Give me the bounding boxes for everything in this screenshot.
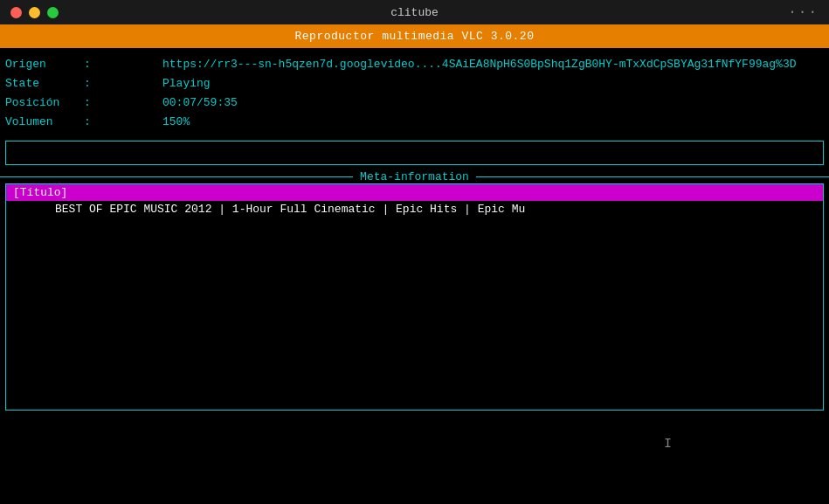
volumen-row: Volumen : 150% bbox=[5, 113, 824, 132]
meta-title-value: BEST OF EPIC MUSIC 2012 | 1-Hour Full Ci… bbox=[6, 201, 823, 217]
origen-label: Origen bbox=[5, 55, 84, 74]
window-title: clitube bbox=[390, 6, 439, 19]
window-controls[interactable] bbox=[10, 7, 59, 18]
state-sep: : bbox=[84, 74, 162, 93]
close-button[interactable] bbox=[10, 7, 22, 18]
command-input-box[interactable] bbox=[5, 141, 824, 165]
posicion-label: Posición bbox=[5, 93, 84, 113]
volumen-sep: : bbox=[84, 113, 162, 132]
text-cursor: I bbox=[664, 437, 672, 452]
meta-section: Meta-information [Título] BEST OF EPIC M… bbox=[0, 170, 829, 411]
state-value: Playing bbox=[162, 74, 211, 93]
volumen-value: 150% bbox=[162, 113, 190, 132]
posicion-sep: : bbox=[84, 93, 162, 113]
origen-value: https://rr3---sn-h5qzen7d.googlevideo...… bbox=[162, 55, 797, 74]
minimize-button[interactable] bbox=[29, 7, 40, 18]
meta-header: Meta-information bbox=[0, 170, 829, 183]
vlc-header-banner: Reproductor multimedia VLC 3.0.20 bbox=[0, 24, 829, 48]
title-bar: clitube ··· bbox=[0, 0, 829, 24]
state-label: State bbox=[5, 74, 84, 93]
meta-header-line-right bbox=[476, 176, 829, 177]
info-section: Origen : https://rr3---sn-h5qzen7d.googl… bbox=[0, 48, 829, 135]
menu-dots[interactable]: ··· bbox=[788, 4, 819, 20]
origen-row: Origen : https://rr3---sn-h5qzen7d.googl… bbox=[5, 55, 824, 74]
meta-header-text: Meta-information bbox=[360, 170, 469, 183]
meta-list: [Título] BEST OF EPIC MUSIC 2012 | 1-Hou… bbox=[5, 183, 824, 411]
posicion-row: Posición : 00:07/59:35 bbox=[5, 93, 824, 113]
origen-sep: : bbox=[84, 55, 162, 74]
meta-title-label[interactable]: [Título] bbox=[6, 184, 823, 201]
meta-header-line-left bbox=[0, 176, 353, 177]
vlc-header-text: Reproductor multimedia VLC 3.0.20 bbox=[295, 30, 535, 43]
posicion-value: 00:07/59:35 bbox=[162, 93, 238, 113]
maximize-button[interactable] bbox=[47, 7, 59, 18]
state-row: State : Playing bbox=[5, 74, 824, 93]
volumen-label: Volumen bbox=[5, 113, 84, 132]
